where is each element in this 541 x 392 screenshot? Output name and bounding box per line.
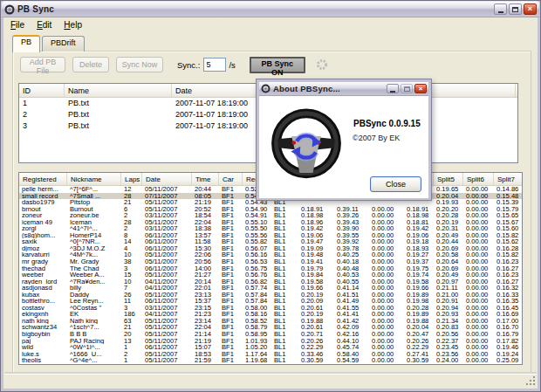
table-row[interactable]: (s8g)hom...HomerP14806/11/200713:57BF10.… — [19, 232, 522, 239]
records-column-header[interactable]: Split5 — [434, 173, 463, 185]
cell: 0.41.41 — [334, 311, 369, 318]
table-row[interactable]: bottlethro...Lee Reyn...1106/11/200715:3… — [19, 298, 522, 305]
cell: 0.00.00 — [463, 206, 494, 213]
cell: 0.20.49 — [434, 272, 463, 279]
minimize-button[interactable] — [494, 3, 507, 15]
records-column-header[interactable]: Date — [142, 173, 192, 185]
cell: ^1666_U... — [67, 351, 121, 358]
table-row[interactable]: iceman 49Iceman2805/11/200722:04BF10.55.… — [19, 219, 522, 226]
cell: BF1 — [219, 311, 243, 318]
cell: 14 — [121, 238, 142, 245]
dialog-maximize-button — [401, 84, 413, 93]
cell: BF1 — [219, 225, 243, 232]
cell: 0.55.82 — [243, 238, 271, 245]
table-row[interactable]: luke.s^1666_U...205/11/200718:53BF11.17.… — [19, 351, 522, 358]
menu-item-help[interactable]: Help — [58, 19, 88, 31]
titlebar[interactable]: PB Sync × — [2, 2, 539, 17]
cell: 0.00.00 — [463, 258, 494, 265]
table-row[interactable]: djmoz^3DJ M.O.Z406/11/200715:30BF10.56.0… — [19, 245, 522, 252]
pb-sync-on-button[interactable]: PB Sync ON — [250, 57, 305, 73]
table-row[interactable]: costasv^0Costas "303/11/200723:15BF10.58… — [19, 305, 522, 312]
cell: 21:19 — [192, 338, 219, 345]
cell: 0.20.69 — [434, 245, 463, 252]
sync-unit-label: /s — [229, 60, 235, 70]
cell: 0.00.00 — [463, 311, 494, 318]
table-row[interactable]: saxik^0[^7NR...1406/11/200711:58BF10.55.… — [19, 238, 522, 245]
cell: 0.15.48 — [494, 193, 523, 200]
maximize-button[interactable] — [509, 3, 522, 15]
cell: Burnout — [67, 206, 121, 213]
cell: 0.16.27 — [494, 279, 523, 285]
cell: 1 — [121, 344, 142, 351]
files-column-header[interactable]: ID — [19, 84, 65, 97]
cell: 18:53 — [192, 351, 219, 358]
table-row[interactable]: schwantz34^1sch^7...2105/11/200722:04BF1… — [19, 324, 522, 331]
cell: 0.19.88 — [298, 318, 334, 325]
tab-pb[interactable]: PB — [12, 35, 40, 52]
records-column-header[interactable]: Time — [192, 173, 219, 185]
close-icon[interactable]: × — [524, 3, 537, 15]
cell: 0.19.24 — [494, 351, 523, 358]
cell: bottlethro... — [19, 298, 67, 305]
cell: BF1 — [219, 285, 243, 292]
dialog-close-button[interactable]: Close — [370, 176, 421, 192]
table-row[interactable]: nath kingNath king6305/11/200723:14BF10.… — [19, 318, 522, 325]
table-row[interactable]: theolis^G^4e^...105/11/200721:59BF11.19.… — [19, 357, 522, 364]
sync-now-button[interactable]: Sync Now — [116, 57, 163, 72]
records-column-header[interactable]: Registered — [19, 173, 67, 185]
cell: 0.19.66 — [298, 285, 334, 292]
cell: 0.19.84 — [298, 272, 334, 279]
cell: 0.16.32 — [494, 285, 523, 292]
table-row[interactable]: thechadThe Chad306/11/200714:00BF10.56.7… — [19, 265, 522, 272]
cell: BL1 — [271, 324, 298, 331]
files-column-header[interactable]: Name — [65, 84, 172, 97]
resize-grip[interactable] — [525, 375, 537, 387]
cell: 0.20.04 — [404, 324, 434, 331]
cell: 0.19.18 — [404, 238, 434, 245]
table-row[interactable]: asdjonasdbilly704/11/200722:01BF10.57.74… — [19, 285, 522, 292]
table-row[interactable]: zorgl^41^7I^...203/11/200718:38BF10.55.5… — [19, 225, 522, 232]
records-column-header[interactable]: Split6 — [463, 173, 494, 185]
table-row[interactable]: mr gradyMr. Grady3805/11/200720:56BF10.5… — [19, 258, 522, 265]
records-column-header[interactable]: Laps — [121, 173, 142, 185]
table-row[interactable]: wild^0W^1I^...106/11/200715:07BF11.05.20… — [19, 344, 522, 351]
add-pb-file-button[interactable]: Add PB File — [20, 57, 65, 72]
records-column-header[interactable]: Car — [219, 173, 243, 185]
cell: 05/11/2007 — [142, 318, 192, 325]
dialog-titlebar[interactable]: About PBSync... × — [259, 82, 428, 96]
cell: 05/11/2007 — [142, 272, 192, 279]
delete-button[interactable]: Delete — [72, 57, 109, 72]
table-row[interactable]: karvaturri^4M^7k...1005/11/200722:06BF10… — [19, 251, 522, 258]
sync-rate-label: Sync.: — [177, 60, 200, 70]
table-row[interactable]: kubaxDaddy2605/11/200723:13BF10.57.84BL1… — [19, 292, 522, 299]
cell: 0.20.94 — [434, 305, 463, 312]
cell: BL1 — [271, 206, 298, 213]
table-row[interactable]: ekingxnhEK18604/11/200721:23BF10.58.16BL… — [19, 311, 522, 318]
table-row[interactable]: zoneurzoneur.be203/11/200718:54BF10.54.9… — [19, 212, 522, 219]
cell: 0.16.28 — [494, 245, 523, 252]
cell: BL1 — [271, 251, 298, 258]
table-row[interactable]: pajPAJ Racing1305/11/200721:19BF11.01.93… — [19, 338, 522, 345]
cell: 0.15.79 — [494, 206, 523, 213]
gear-icon[interactable] — [316, 58, 328, 71]
tab-pbdrift[interactable]: PBDrift — [42, 36, 85, 52]
table-row[interactable]: rayden_lord^7Ra¥den...1004/11/200720:14B… — [19, 279, 522, 285]
table-row[interactable]: dasbo1979Pitstop2105/11/200721:19BF10.54… — [19, 199, 522, 206]
table-row[interactable]: brnoutBurnout605/11/200720:52BF10.54.90B… — [19, 206, 522, 213]
dialog-minimize-button[interactable] — [387, 84, 399, 93]
records-column-header[interactable]: Nickname — [67, 173, 121, 185]
cell: paj — [19, 338, 67, 345]
app-icon — [4, 4, 15, 15]
cell: 0.00.00 — [369, 245, 404, 252]
cell: 0.56.53 — [243, 258, 271, 265]
cell: 0.00.00 — [369, 331, 404, 338]
records-column-header[interactable]: Split7 — [494, 173, 523, 185]
sync-rate-input[interactable] — [203, 58, 226, 72]
cell: 0.15.82 — [494, 232, 523, 239]
menu-item-edit[interactable]: Edit — [31, 19, 58, 31]
table-row[interactable]: bigboybinB B B2005/11/200721:14BF10.58.9… — [19, 331, 522, 338]
table-row[interactable]: weeberWeeber A...1505/11/200721:27BF10.5… — [19, 272, 522, 279]
dialog-close-icon[interactable]: × — [414, 84, 427, 93]
cell: 13:57 — [192, 232, 219, 239]
menu-item-file[interactable]: File — [4, 19, 31, 31]
